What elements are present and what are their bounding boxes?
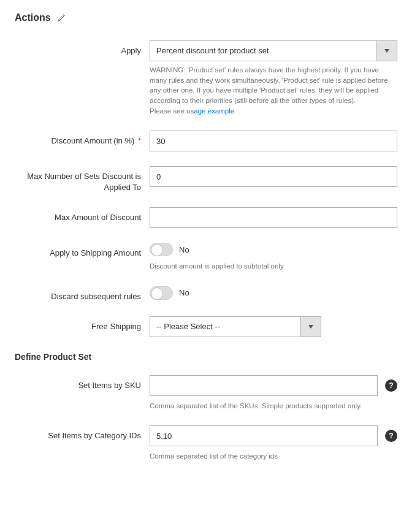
discount-amount-label: Discount Amount (in %) [15, 131, 150, 147]
question-icon[interactable]: ? [385, 379, 397, 392]
set-sku-note: Comma separated list of the SKUs. Simple… [150, 401, 397, 411]
discard-rules-label: Discard subsequent rules [15, 286, 150, 302]
max-sets-input[interactable] [150, 166, 397, 187]
apply-select[interactable]: Percent discount for product set [150, 40, 397, 61]
subsection-heading: Define Product Set [15, 352, 405, 362]
max-discount-label: Max Amount of Discount [15, 207, 150, 223]
section-heading: Actions [15, 12, 405, 23]
apply-select-value: Percent discount for product set [150, 40, 376, 61]
pencil-icon[interactable] [57, 13, 66, 22]
apply-label: Apply [15, 40, 150, 56]
apply-warning: WARNING: 'Product set' rules always have… [150, 65, 397, 116]
apply-warning-suffix: Please see [150, 107, 186, 115]
discard-rules-toggle[interactable] [150, 286, 173, 300]
apply-shipping-toggle[interactable] [150, 243, 173, 256]
set-category-note: Comma separated list of the category ids [150, 451, 397, 461]
free-shipping-value: -- Please Select -- [150, 316, 300, 337]
discard-rules-value: No [179, 288, 189, 297]
discount-amount-input[interactable] [150, 131, 397, 151]
apply-shipping-label: Apply to Shipping Amount [15, 243, 150, 259]
set-category-input[interactable] [150, 425, 378, 446]
apply-shipping-value: No [179, 245, 189, 254]
apply-warning-text: WARNING: 'Product set' rules always have… [150, 66, 388, 104]
question-icon[interactable]: ? [385, 430, 397, 442]
set-sku-input[interactable] [150, 375, 378, 396]
section-title-text: Actions [15, 12, 51, 23]
usage-example-link[interactable]: usage example [186, 107, 234, 115]
apply-shipping-note: Discount amount is applied to subtotal o… [150, 261, 397, 271]
chevron-down-icon[interactable] [376, 40, 397, 61]
set-category-label: Set Items by Category IDs [15, 425, 150, 441]
max-sets-label: Max Number of Sets Discount is Applied T… [15, 166, 150, 192]
chevron-down-icon[interactable] [300, 316, 321, 337]
set-sku-label: Set Items by SKU [15, 375, 150, 391]
free-shipping-label: Free Shipping [15, 316, 150, 332]
max-discount-input[interactable] [150, 207, 397, 228]
free-shipping-select[interactable]: -- Please Select -- [150, 316, 321, 337]
